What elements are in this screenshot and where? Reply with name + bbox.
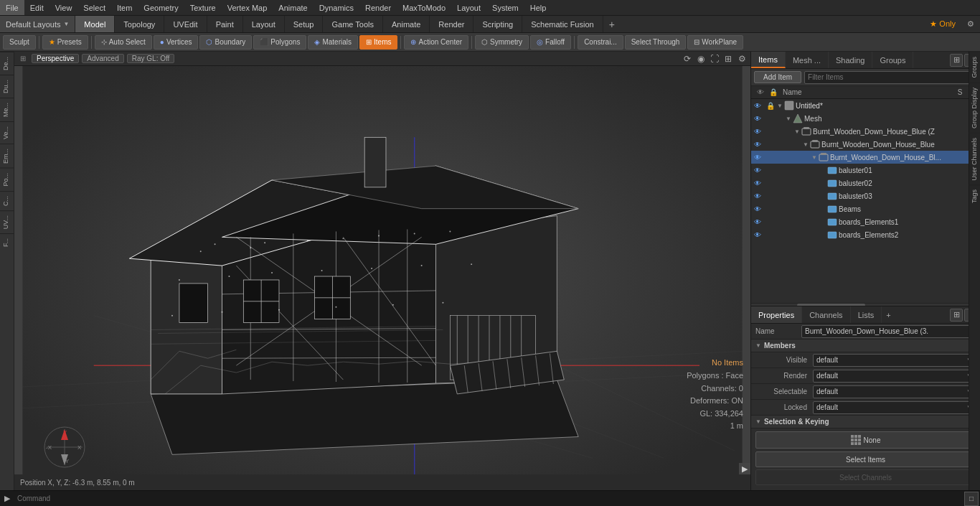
eye-icon[interactable]: 👁: [751, 125, 764, 138]
props-tab-lists[interactable]: Lists: [851, 306, 882, 323]
select-through-button[interactable]: Select Through: [625, 35, 687, 50]
left-tab-de[interactable]: De...: [0, 52, 14, 75]
right-tab-tags[interactable]: Tags: [969, 184, 980, 207]
action-center-button[interactable]: ⊕ Action Center: [404, 35, 468, 50]
expand-btn[interactable]: ▶: [739, 463, 750, 474]
panel-tab-items[interactable]: Items: [751, 52, 786, 68]
menu-file[interactable]: File: [0, 0, 24, 15]
eye-icon[interactable]: 👁: [751, 99, 764, 112]
polygons-button[interactable]: ⬛ Polygons: [253, 35, 306, 50]
tree-row[interactable]: 👁 ▼ Burnt_Wooden_Down_House_Blue (Z: [751, 125, 980, 138]
tab-layout[interactable]: Layout: [243, 16, 285, 32]
eye-icon[interactable]: 👁: [751, 177, 764, 189]
left-tab-du[interactable]: Du...: [0, 75, 14, 98]
locked-dropdown[interactable]: default ▼: [813, 401, 976, 414]
settings-icon[interactable]: ⚙: [736, 53, 748, 65]
viewport-tab-perspective[interactable]: Perspective: [32, 54, 79, 63]
eye-icon[interactable]: 👁: [751, 228, 764, 241]
props-tab-properties[interactable]: Properties: [751, 306, 802, 323]
presets-button[interactable]: ★ Presets: [42, 35, 88, 50]
items-button[interactable]: ⊞ Items: [359, 35, 397, 50]
menu-layout[interactable]: Layout: [451, 0, 486, 15]
eye-icon[interactable]: 👁: [751, 164, 764, 177]
tree-row[interactable]: 👁 baluster03: [751, 189, 980, 202]
left-tab-ve[interactable]: Ve...: [0, 121, 14, 144]
boundary-button[interactable]: ⬡ Boundary: [199, 35, 252, 50]
tree-row[interactable]: 👁 🔒 ▼ Untitled*: [751, 99, 980, 112]
tree-row[interactable]: 👁 Beams: [751, 202, 980, 215]
orbit-icon[interactable]: ◉: [695, 53, 707, 65]
menu-dynamics[interactable]: Dynamics: [314, 0, 359, 15]
right-tab-user-channels[interactable]: User Channels: [969, 133, 980, 185]
selectable-dropdown[interactable]: default ▼: [813, 385, 976, 398]
tab-setup[interactable]: Setup: [285, 16, 324, 32]
filter-items-input[interactable]: [804, 71, 977, 84]
render-dropdown[interactable]: default ▼: [813, 370, 976, 383]
cmd-end-button[interactable]: □: [964, 492, 979, 506]
menu-maxtomodo[interactable]: MaxToModo: [397, 0, 451, 15]
tree-row[interactable]: 👁 ▼ Burnt_Wooden_Down_House_Bl...: [751, 151, 980, 164]
viewport-canvas[interactable]: Y -Y X -X No Items Polygons : Face Chann…: [14, 66, 750, 490]
eye-icon[interactable]: 👁: [751, 202, 764, 215]
tab-scripting[interactable]: Scripting: [473, 16, 522, 32]
name-value-input[interactable]: [801, 325, 976, 338]
panel-icon-expand[interactable]: ⊞: [950, 54, 963, 67]
symmetry-button[interactable]: ⬡ Symmetry: [475, 35, 529, 50]
eye-icon[interactable]: 👁: [751, 151, 764, 164]
eye-icon[interactable]: 👁: [751, 189, 764, 202]
left-tab-po[interactable]: Po...: [0, 168, 14, 191]
layout-gear-icon[interactable]: ⚙: [961, 19, 980, 29]
rotate-icon[interactable]: ⟳: [682, 53, 693, 65]
tab-topology[interactable]: Topology: [115, 16, 164, 32]
menu-texture[interactable]: Texture: [184, 0, 222, 15]
menu-edit[interactable]: Edit: [24, 0, 50, 15]
props-tab-channels[interactable]: Channels: [802, 306, 850, 323]
left-tab-me[interactable]: Me...: [0, 98, 14, 121]
select-items-button[interactable]: Select Items: [755, 451, 976, 467]
sculpt-button[interactable]: Sculpt: [3, 35, 36, 50]
add-tab-button[interactable]: +: [603, 19, 621, 30]
tree-row[interactable]: 👁 baluster01: [751, 164, 980, 177]
menu-geometry[interactable]: Geometry: [138, 0, 184, 15]
tree-row[interactable]: 👁 baluster02: [751, 177, 980, 189]
fit-icon[interactable]: ⛶: [709, 53, 720, 65]
panel-tab-groups[interactable]: Groups: [872, 52, 913, 68]
menu-vertex-map[interactable]: Vertex Map: [222, 0, 273, 15]
props-expand-icon[interactable]: ⊞: [950, 309, 963, 322]
eye-icon[interactable]: 👁: [751, 215, 764, 228]
add-item-button[interactable]: Add Item: [754, 71, 801, 83]
tab-animate[interactable]: Animate: [383, 16, 430, 32]
eye-icon[interactable]: 👁: [751, 112, 764, 125]
menu-animate[interactable]: Animate: [273, 0, 313, 15]
tree-row[interactable]: 👁 boards_Elements2: [751, 228, 980, 241]
left-tab-uv[interactable]: UV...: [0, 210, 14, 233]
left-tab-f[interactable]: F...: [0, 233, 14, 251]
grid-icon[interactable]: ⊞: [722, 53, 734, 65]
sel-keying-header[interactable]: ▼ Selection & Keying: [751, 416, 980, 428]
right-tab-group-display[interactable]: Group Display: [969, 83, 980, 133]
menu-view[interactable]: View: [50, 0, 78, 15]
command-input[interactable]: [14, 491, 964, 506]
tab-schematic-fusion[interactable]: Schematic Fusion: [522, 16, 603, 32]
add-tab-icon[interactable]: +: [882, 311, 895, 319]
menu-help[interactable]: Help: [524, 0, 552, 15]
tab-game-tools[interactable]: Game Tools: [323, 16, 383, 32]
viewport-tab-raygl[interactable]: Ray GL: Off: [127, 54, 175, 63]
tree-row[interactable]: 👁 ▼ Burnt_Wooden_Down_House_Blue: [751, 138, 980, 151]
left-tab-em[interactable]: Em...: [0, 144, 14, 168]
visible-dropdown[interactable]: default ▼: [813, 354, 976, 367]
eye-icon[interactable]: 👁: [751, 138, 764, 151]
tree-row[interactable]: 👁 ▼ Mesh: [751, 112, 980, 125]
panel-tab-shading[interactable]: Shading: [829, 52, 872, 68]
right-tab-groups[interactable]: Groups: [969, 52, 980, 83]
menu-render[interactable]: Render: [359, 0, 397, 15]
falloff-button[interactable]: ◎ Falloff: [530, 35, 571, 50]
vertices-button[interactable]: ● Vertices: [154, 35, 199, 50]
members-header[interactable]: ▼ Members: [751, 339, 980, 352]
menu-item[interactable]: Item: [111, 0, 138, 15]
tab-uvedit[interactable]: UVEdit: [164, 16, 207, 32]
tab-paint[interactable]: Paint: [207, 16, 243, 32]
viewport-tab-advanced[interactable]: Advanced: [82, 54, 123, 63]
tree-row[interactable]: 👁 boards_Elements1: [751, 215, 980, 228]
menu-select[interactable]: Select: [77, 0, 111, 15]
